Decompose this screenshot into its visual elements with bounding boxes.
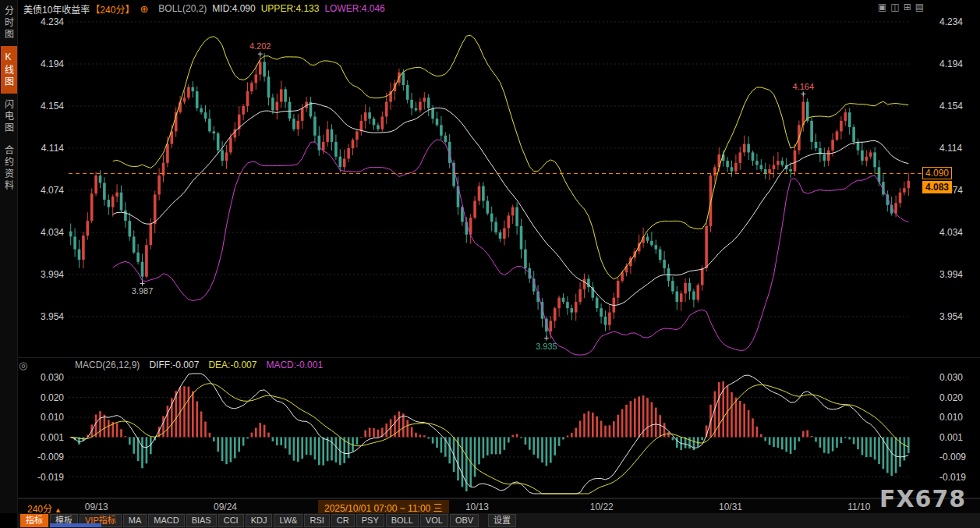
macd-axis-label: 0.020	[17, 392, 64, 403]
sidebar-item-contract-info[interactable]: 合约资料	[1, 140, 17, 197]
time-axis: 240分▲ 2025/10/01 07:00 ~ 11:00 三 09/1309…	[17, 498, 980, 514]
dual-chart-icon[interactable]: ◫	[890, 2, 899, 12]
watermark: FX678	[879, 485, 966, 512]
macd-label: MACD(26,12,9)	[75, 360, 140, 370]
grid-chart-icon[interactable]: ⊞	[904, 2, 911, 12]
bottom-toolbar: 指标模板VIP指标MAMACDBIASCCIKDJLW&RSICRPSYBOLL…	[17, 513, 980, 528]
toolbar-item-obv[interactable]: OBV	[450, 514, 479, 527]
sidebar: 分时图K线图闪电图合约资料	[0, 0, 18, 513]
macd-axis-label: -0.009	[17, 452, 64, 462]
boll-lower-readout: LOWER:4.046	[324, 3, 384, 14]
toolbar-item-bias[interactable]: BIAS	[186, 514, 217, 527]
y-axis-label: 3.994	[17, 269, 64, 280]
chart-canvas[interactable]: 4.2023.9874.1643.935	[0, 0, 980, 528]
macd-macd-readout: MACD:-0.001	[266, 360, 323, 370]
toolbar-item-vol[interactable]: VOL	[420, 514, 448, 527]
toolbar-item-cci[interactable]: CCI	[218, 514, 244, 527]
sidebar-item-time-share-chart[interactable]: 分时图	[1, 0, 17, 46]
chart-info-bar: 美债10年收益率 【240分】 ⊕ BOLL(20,2) MID:4.090 U…	[23, 2, 385, 15]
y-axis-label: 4.234	[17, 16, 64, 27]
annotation-3.935: 3.935	[536, 342, 557, 351]
y-axis-label: 4.194	[939, 58, 980, 69]
y-axis-label: 4.114	[939, 143, 980, 154]
y-axis-label: 3.994	[939, 269, 980, 280]
x-axis-label: 10/13	[465, 501, 489, 512]
y-axis-label: 4.154	[939, 101, 980, 112]
indicator-settings-icon[interactable]: ◎	[19, 360, 27, 371]
toolbar-item-cr[interactable]: CR	[331, 514, 355, 527]
window-controls: ▣◫⊞▤	[878, 2, 924, 12]
macd-axis-label: 0.010	[17, 412, 64, 423]
macd-axis-label: -0.009	[939, 452, 980, 462]
annotation-3.987: 3.987	[132, 286, 154, 296]
sidebar-item-candlestick-chart[interactable]: K线图	[1, 46, 17, 94]
boll-upper-readout: UPPER:4.133	[261, 3, 320, 14]
macd-axis-label: 0.001	[939, 432, 980, 443]
y-axis-label: 4.194	[17, 58, 64, 69]
x-axis-label: 10/22	[590, 501, 614, 512]
macd-axis-label: 0.020	[939, 392, 980, 403]
maximize-icon[interactable]: ▤	[915, 2, 924, 12]
y-axis-label: 4.114	[17, 143, 64, 154]
toolbar-item-indicators[interactable]: 指标	[20, 514, 48, 527]
macd-axis-label: 0.010	[939, 412, 980, 423]
macd-axis-label: 0.030	[939, 372, 980, 383]
last-price-tag: 4.083	[922, 181, 952, 193]
toolbar-item-settings[interactable]: 设置	[488, 514, 516, 527]
boll-label: BOLL(20,2)	[158, 3, 207, 14]
y-axis-label: 4.034	[17, 227, 64, 238]
boll-mid-readout: MID:4.090	[212, 3, 255, 14]
annotation-4.202: 4.202	[249, 41, 271, 51]
macd-axis-label: -0.019	[939, 472, 980, 483]
y-axis-label: 3.954	[939, 311, 980, 322]
candlestick-series	[69, 53, 910, 338]
y-axis-label: 4.154	[17, 101, 64, 112]
boll-lower-line	[113, 140, 909, 355]
toolbar-item-psy[interactable]: PSY	[356, 514, 384, 527]
toolbar-item-ma[interactable]: MA	[123, 514, 147, 527]
chart-title: 美债10年收益率	[23, 2, 90, 16]
x-axis-label: 09/24	[214, 501, 237, 512]
toolbar-item-lwr[interactable]: LW&	[274, 514, 302, 527]
macd-axis-label: 0.030	[17, 372, 64, 383]
toolbar-item-boll[interactable]: BOLL	[386, 514, 419, 527]
app-root: 4.2023.9874.1643.935 美债10年收益率 【240分】 ⊕ B…	[0, 0, 980, 528]
macd-dea-readout: DEA:-0.007	[208, 360, 256, 370]
macd-info-bar: MACD(26,12,9) DIFF:-0.007 DEA:-0.007 MAC…	[70, 360, 323, 370]
link-icon[interactable]: ⊕	[140, 3, 148, 15]
toolbar-item-kdj[interactable]: KDJ	[246, 514, 273, 527]
macd-axis-label: 0.001	[17, 432, 64, 443]
x-axis-label: 10/31	[719, 501, 742, 512]
macd-axis-label: -0.019	[17, 472, 64, 483]
macd-diff-readout: DIFF:-0.007	[149, 360, 199, 370]
period-tag: 【240分】	[90, 2, 134, 16]
current-price-tag: 4.090	[922, 167, 952, 179]
x-axis-label: 09/13	[85, 501, 108, 512]
y-axis-label: 3.954	[17, 311, 64, 322]
boll-upper-line	[113, 35, 909, 279]
toolbar-item-rsi[interactable]: RSI	[304, 514, 329, 527]
sidebar-item-lightning-chart[interactable]: 闪电图	[1, 94, 17, 140]
x-axis-label: 11/10	[847, 501, 870, 512]
toolbar-item-macd[interactable]: MACD	[148, 514, 184, 527]
y-axis-label: 4.034	[939, 227, 980, 238]
y-axis-label: 4.074	[17, 185, 64, 196]
y-axis-label: 4.234	[939, 16, 980, 27]
scrollbar-thumb[interactable]	[50, 523, 101, 527]
single-chart-icon[interactable]: ▣	[878, 2, 886, 12]
boll-mid-line	[113, 104, 909, 306]
annotation-4.164: 4.164	[793, 82, 815, 91]
